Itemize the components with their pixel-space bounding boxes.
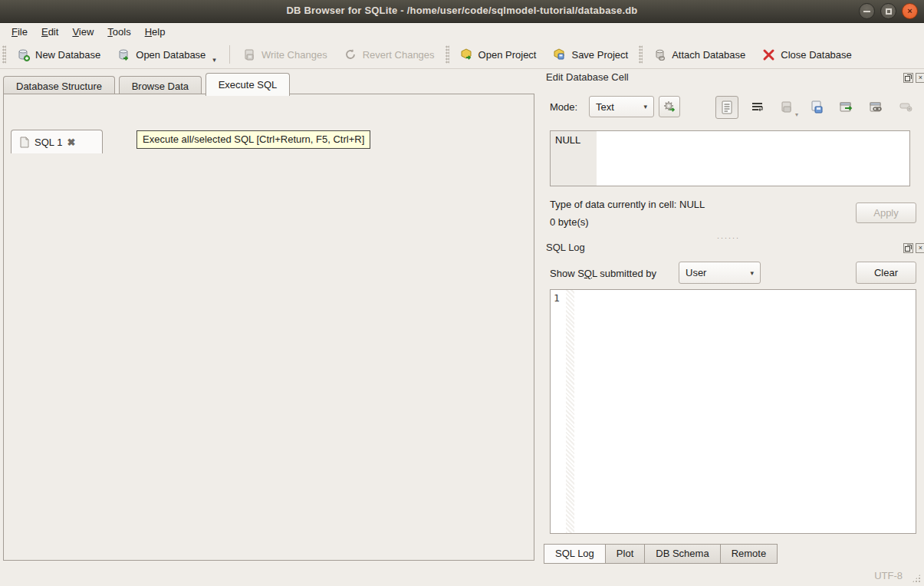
open-database-button[interactable]: Open Database ▾ (109, 43, 225, 66)
toolbar-grip[interactable] (2, 45, 6, 64)
text-mode-button[interactable] (715, 96, 738, 119)
text-document-icon (721, 100, 733, 114)
close-sql-tab-icon[interactable]: ✖ (67, 137, 75, 148)
write-changes-button: Write Changes (235, 43, 336, 66)
apply-button: Apply (856, 202, 916, 223)
gear-arrow-icon (663, 100, 676, 114)
sql-log-filter-label: Show SQL submitted by (550, 268, 656, 279)
revert-changes-button: Revert Changes (336, 43, 443, 66)
word-wrap-cell-button[interactable] (745, 96, 768, 119)
import-dropdown-caret: ▾ (795, 111, 798, 118)
import-data-button: ▾ (775, 96, 798, 119)
dock-tab-remote[interactable]: Remote (721, 544, 778, 564)
encoding-indicator[interactable]: UTF-8 (874, 570, 903, 581)
toolbar-grip[interactable] (639, 45, 643, 64)
attach-database-label: Attach Database (672, 49, 745, 61)
sql-document-tab[interactable]: SQL 1 ✖ (11, 130, 103, 153)
link-icon (870, 101, 883, 114)
splitter-handle[interactable]: ······ (713, 235, 744, 241)
log-line-number-gutter: 1 (551, 290, 566, 533)
titlebar: DB Browser for SQLite - /home/user/code/… (0, 0, 924, 23)
close-panel-button[interactable]: × (916, 243, 924, 253)
revert-changes-label: Revert Changes (363, 49, 435, 61)
clear-log-button[interactable]: Clear (856, 262, 916, 284)
open-in-app-icon (840, 101, 853, 114)
menu-file[interactable]: File (5, 24, 35, 40)
open-project-label: Open Project (478, 49, 537, 61)
new-database-icon (17, 48, 30, 61)
cell-value-text: NULL (555, 134, 580, 146)
open-database-label: Open Database (136, 49, 206, 61)
menu-help[interactable]: Help (138, 24, 173, 40)
float-panel-button[interactable] (903, 73, 913, 83)
window-title: DB Browser for SQLite - /home/user/code/… (0, 5, 924, 16)
float-icon (905, 74, 912, 81)
sql-document-icon (19, 137, 30, 148)
write-changes-icon (243, 48, 256, 61)
tab-execute-sql[interactable]: Execute SQL (206, 73, 291, 96)
maximize-icon (886, 8, 892, 15)
new-database-button[interactable]: New Database (8, 43, 109, 66)
write-changes-label: Write Changes (261, 49, 327, 61)
revert-changes-icon (344, 48, 357, 61)
mode-value: Text (596, 101, 614, 113)
import-icon (780, 100, 794, 114)
status-bar: UTF-8 (0, 565, 924, 586)
menu-tools[interactable]: Tools (100, 24, 137, 40)
copy-link-button[interactable] (865, 96, 888, 119)
dock-tab-bar: SQL Log Plot DB Schema Remote (544, 544, 778, 564)
new-database-label: New Database (35, 49, 100, 61)
sql-tab-label: SQL 1 (35, 137, 62, 148)
word-wrap-icon (751, 101, 764, 114)
close-database-icon (762, 48, 775, 61)
close-button[interactable]: × (902, 3, 918, 19)
auto-apply-button[interactable] (659, 96, 680, 117)
log-filter-value: User (686, 267, 706, 278)
log-filter-combobox[interactable]: User ▾ (679, 262, 761, 284)
open-database-dropdown-caret[interactable]: ▾ (212, 56, 216, 66)
close-database-button[interactable]: Close Database (754, 43, 860, 66)
export-data-button[interactable] (805, 96, 828, 119)
close-database-label: Close Database (781, 49, 852, 61)
mode-combobox[interactable]: Text ▾ (589, 96, 654, 117)
minimize-button[interactable] (859, 3, 875, 19)
toolbar-separator (229, 45, 230, 64)
toolbar-grip[interactable] (446, 45, 449, 64)
float-panel-button[interactable] (903, 243, 913, 253)
save-project-button[interactable]: Save Project (544, 43, 636, 66)
filter-label-accel: Q (584, 268, 592, 279)
sql-log-dock-title: SQL Log (546, 242, 585, 257)
resize-grip[interactable] (912, 574, 921, 583)
save-project-label: Save Project (571, 49, 628, 61)
open-project-button[interactable]: Open Project (452, 43, 545, 66)
filter-label-part: Show S (550, 268, 584, 279)
dock-tab-db-schema[interactable]: DB Schema (645, 544, 720, 564)
menu-edit[interactable]: Edit (35, 24, 65, 40)
cell-editor[interactable]: NULL (550, 130, 910, 186)
execute-tooltip: Execute all/selected SQL [Ctrl+Return, F… (136, 130, 370, 149)
open-project-icon (460, 48, 473, 61)
filter-label-part: L submitted by (592, 268, 656, 279)
apply-button-label: Apply (873, 207, 899, 219)
dock-tab-sql-log[interactable]: SQL Log (544, 544, 606, 564)
attach-database-button[interactable]: Attach Database (645, 43, 754, 66)
log-fold-margin (566, 290, 574, 533)
minimize-icon (863, 11, 870, 12)
sql-log-view[interactable]: 1 (550, 289, 916, 534)
close-panel-button[interactable]: × (916, 73, 924, 83)
chevron-down-icon: ▾ (643, 103, 647, 110)
close-icon: × (919, 74, 922, 81)
cell-size-info: 0 byte(s) (550, 216, 589, 228)
close-icon: × (919, 245, 922, 252)
edit-cell-toolbar: ▾ (715, 96, 924, 119)
menu-view[interactable]: View (65, 24, 100, 40)
log-line-number: 1 (551, 290, 566, 304)
dock-tab-plot[interactable]: Plot (606, 544, 645, 564)
edit-cell-dock-title: Edit Database Cell (546, 71, 629, 87)
maximize-button[interactable] (880, 3, 896, 19)
open-database-icon (117, 48, 130, 61)
execute-sql-panel (3, 94, 534, 561)
open-external-button[interactable] (835, 96, 858, 119)
attach-database-icon (653, 48, 666, 61)
set-null-button (895, 96, 918, 119)
